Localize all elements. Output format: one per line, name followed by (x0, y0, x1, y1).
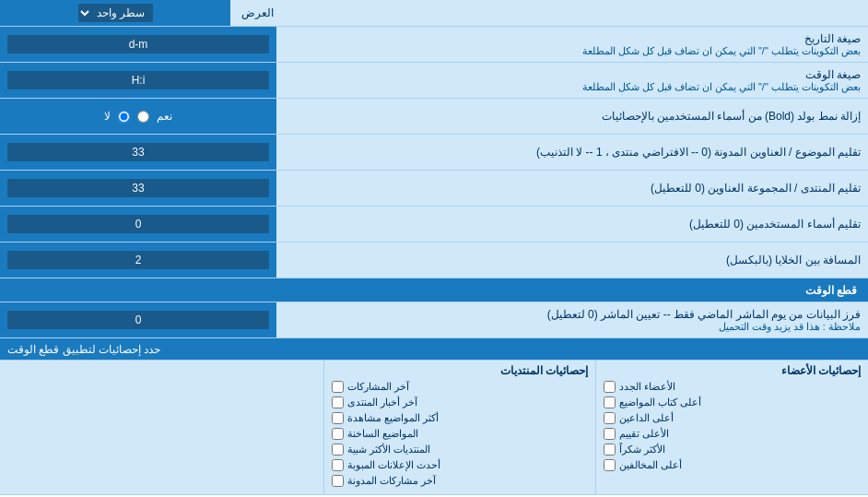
date-format-input-cell[interactable] (0, 27, 276, 62)
radio-no[interactable] (118, 111, 130, 123)
cell-spacing-input[interactable] (7, 251, 269, 269)
dropdown-cell[interactable]: سطر واحد (0, 0, 230, 26)
col1-header: إحصائيات الأعضاء (604, 364, 861, 377)
forum-address-input[interactable] (7, 179, 269, 197)
checkbox-most-thanks-label: الأكثر شكراً (619, 444, 665, 456)
checkbox-top-inviters-label: أعلى الداعين (619, 412, 674, 424)
checkbox-top-rated-input[interactable] (604, 428, 616, 440)
checkbox-hot-topics-input[interactable] (332, 428, 344, 440)
time-cut-row: فرز البيانات من يوم الماشر الماضي فقط --… (0, 302, 868, 338)
checkbox-top-rated-label: الأعلى تقييم (619, 428, 669, 440)
forum-address-right: تقليم المنتدى / المجموعة العناوين (0 للت… (276, 171, 868, 206)
time-format-right: صيغة الوقت بعض التكوينات يتطلب "/" التي … (276, 63, 868, 98)
time-cut-right: فرز البيانات من يوم الماشر الماضي فقط --… (276, 302, 868, 337)
checkbox-forum-news-input[interactable] (332, 396, 344, 408)
radio-group: نعم لا (104, 110, 172, 123)
checkbox-similar-forums-input[interactable] (332, 444, 344, 456)
cell-spacing-input-cell[interactable] (0, 243, 276, 278)
view-dropdown[interactable]: سطر واحد (78, 4, 153, 22)
checkbox-most-viewed-label: أكثر المواضيع مشاهدة (347, 412, 439, 424)
cell-spacing-label: المسافة بين الخلايا (بالبكسل) (284, 254, 861, 266)
checkbox-top-inviters[interactable]: أعلى الداعين (604, 412, 861, 424)
checkboxes-grid: إحصائيات الأعضاء الأعضاء الجدد أعلى كتاب… (0, 361, 868, 494)
user-names-input[interactable] (7, 215, 269, 233)
time-format-input[interactable] (7, 71, 269, 89)
checkbox-forum-news[interactable]: آخر أخبار المنتدى (332, 396, 589, 408)
cell-spacing-row: المسافة بين الخلايا (بالبكسل) (0, 243, 868, 278)
checkbox-forum-news-label: آخر أخبار المنتدى (347, 396, 417, 408)
checkbox-most-thanks[interactable]: الأكثر شكراً (604, 444, 861, 456)
checkbox-top-writers-input[interactable] (604, 396, 616, 408)
checkbox-new-members[interactable]: الأعضاء الجدد (604, 381, 861, 393)
checkbox-last-posts[interactable]: آخر المشاركات (332, 381, 589, 393)
checkbox-last-posts-label: آخر المشاركات (347, 381, 409, 393)
top-row: العرض سطر واحد (0, 0, 868, 27)
date-format-sublabel: بعض التكوينات يتطلب "/" التي يمكن ان تضا… (284, 45, 861, 57)
checkboxes-header: حدد إحصائيات لتطبيق قطع الوقت (0, 338, 868, 361)
time-format-input-cell[interactable] (0, 63, 276, 98)
time-cut-input[interactable] (7, 311, 269, 329)
bold-removal-label: إزالة نمط بولد (Bold) من أسماء المستخدمي… (284, 110, 861, 123)
checkbox-classified-ads-input[interactable] (332, 459, 344, 471)
title-text: العرض (241, 6, 274, 19)
bold-removal-row: إزالة نمط بولد (Bold) من أسماء المستخدمي… (0, 99, 868, 135)
checkboxes-section: حدد إحصائيات لتطبيق قطع الوقت إحصائيات ا… (0, 338, 868, 495)
checkbox-blog-posts[interactable]: آخر مشاركات المدونة (332, 475, 589, 487)
checkbox-hot-topics[interactable]: المواضيع الساخنة (332, 428, 589, 440)
radio-yes[interactable] (137, 111, 149, 123)
topic-address-row: تقليم الموضوع / العناوين المدونة (0 -- ا… (0, 135, 868, 171)
date-format-input[interactable] (7, 35, 269, 53)
page-title: العرض (230, 0, 868, 26)
forum-address-label: تقليم المنتدى / المجموعة العناوين (0 للت… (284, 182, 861, 195)
time-format-label: صيغة الوقت (284, 68, 861, 81)
checkbox-classified-ads-label: أحدث الإعلانات المبوبة (347, 459, 440, 471)
checkbox-top-violations[interactable]: أعلى المخالفين (604, 459, 861, 471)
checkbox-top-writers-label: أعلى كتاب المواضيع (619, 396, 701, 408)
checkbox-new-members-label: الأعضاء الجدد (619, 381, 675, 393)
time-cut-section-header: قطع الوقت (0, 278, 868, 302)
cell-spacing-right: المسافة بين الخلايا (بالبكسل) (276, 243, 868, 278)
time-cut-header-label: قطع الوقت (805, 284, 857, 297)
user-names-right: تقليم أسماء المستخدمين (0 للتعطيل) (276, 207, 868, 242)
user-names-input-cell[interactable] (0, 207, 276, 242)
time-cut-input-cell[interactable] (0, 302, 276, 337)
bold-removal-right: إزالة نمط بولد (Bold) من أسماء المستخدمي… (276, 99, 868, 134)
checkbox-hot-topics-label: المواضيع الساخنة (347, 428, 418, 440)
checkbox-most-viewed-input[interactable] (332, 412, 344, 424)
topic-address-right: تقليم الموضوع / العناوين المدونة (0 -- ا… (276, 135, 868, 170)
checkbox-last-posts-input[interactable] (332, 381, 344, 393)
topic-address-input-cell[interactable] (0, 135, 276, 170)
checkbox-top-rated[interactable]: الأعلى تقييم (604, 428, 861, 440)
checkbox-new-members-input[interactable] (604, 381, 616, 393)
checkbox-top-violations-input[interactable] (604, 459, 616, 471)
checkbox-most-thanks-input[interactable] (604, 444, 616, 456)
topic-address-input[interactable] (7, 143, 269, 161)
checkbox-col-right (0, 361, 323, 494)
topic-address-label: تقليم الموضوع / العناوين المدونة (0 -- ا… (284, 146, 861, 159)
radio-no-label: لا (104, 110, 111, 123)
checkbox-most-viewed[interactable]: أكثر المواضيع مشاهدة (332, 412, 589, 424)
checkboxes-header-label: حدد إحصائيات لتطبيق قطع الوقت (7, 343, 160, 356)
checkbox-col-forums: إحصائيات المنتديات آخر المشاركات آخر أخب… (323, 361, 596, 494)
time-cut-label: فرز البيانات من يوم الماشر الماضي فقط --… (284, 308, 861, 321)
user-names-row: تقليم أسماء المستخدمين (0 للتعطيل) (0, 207, 868, 243)
checkbox-blog-posts-input[interactable] (332, 475, 344, 487)
forum-address-row: تقليم المنتدى / المجموعة العناوين (0 للت… (0, 171, 868, 207)
bold-removal-input-cell[interactable]: نعم لا (0, 99, 276, 134)
time-format-sublabel: بعض التكوينات يتطلب "/" التي يمكن ان تضا… (284, 81, 861, 93)
time-cut-note: ملاحظة : هذا قد يزيد وقت التحميل (284, 321, 861, 333)
col2-header: إحصائيات المنتديات (332, 364, 589, 377)
user-names-label: تقليم أسماء المستخدمين (0 للتعطيل) (284, 218, 861, 231)
time-format-row: صيغة الوقت بعض التكوينات يتطلب "/" التي … (0, 63, 868, 99)
checkbox-col-members: إحصائيات الأعضاء الأعضاء الجدد أعلى كتاب… (595, 361, 868, 494)
forum-address-input-cell[interactable] (0, 171, 276, 206)
checkbox-similar-forums[interactable]: المنتديات الأكثر شبية (332, 444, 589, 456)
checkbox-top-writers[interactable]: أعلى كتاب المواضيع (604, 396, 861, 408)
checkbox-classified-ads[interactable]: أحدث الإعلانات المبوبة (332, 459, 589, 471)
checkbox-top-violations-label: أعلى المخالفين (619, 459, 682, 471)
date-format-right: صيغة التاريخ بعض التكوينات يتطلب "/" الت… (276, 27, 868, 62)
checkbox-blog-posts-label: آخر مشاركات المدونة (347, 475, 436, 487)
checkbox-similar-forums-label: المنتديات الأكثر شبية (347, 444, 430, 456)
checkbox-top-inviters-input[interactable] (604, 412, 616, 424)
radio-yes-label: نعم (157, 110, 172, 123)
